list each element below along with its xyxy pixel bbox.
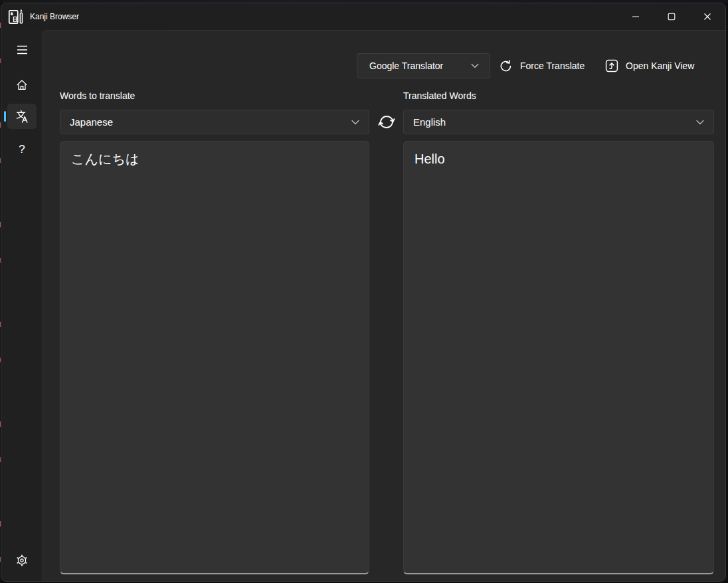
sidebar: ? (1, 30, 43, 581)
chevron-down-icon (351, 120, 359, 125)
toolbar: Google Translator Force Translate (43, 53, 725, 78)
maximize-icon (668, 13, 676, 21)
translate-icon (15, 110, 29, 123)
content-area: Google Translator Force Translate (43, 30, 725, 581)
window-title: Kanji Browser (30, 12, 79, 21)
caption-buttons (618, 3, 725, 30)
app-icon (7, 7, 25, 26)
target-panel-label: Translated Words (403, 90, 476, 101)
refresh-icon (499, 59, 513, 73)
chevron-down-icon (471, 63, 479, 68)
translator-select-value: Google Translator (369, 60, 471, 71)
close-button[interactable] (689, 3, 725, 30)
open-window-icon (605, 59, 618, 72)
titlebar: Kanji Browser (1, 3, 725, 30)
sidebar-menu-button[interactable] (7, 38, 37, 62)
source-language-select[interactable]: Japanese (60, 110, 369, 134)
open-kanji-view-label: Open Kanji View (626, 60, 694, 71)
source-text-input[interactable]: こんにちは (60, 141, 369, 574)
help-icon: ? (19, 143, 25, 156)
swap-languages-button[interactable] (375, 111, 398, 132)
close-icon (703, 13, 711, 21)
minimize-button[interactable] (618, 3, 654, 30)
source-panel-label: Words to translate (60, 90, 135, 101)
sidebar-item-settings[interactable] (7, 548, 37, 573)
app-window: Kanji Browser (1, 3, 726, 582)
swap-icon (376, 112, 397, 132)
translator-select[interactable]: Google Translator (357, 53, 490, 78)
chevron-down-icon (696, 120, 704, 125)
sidebar-item-home[interactable] (7, 72, 37, 97)
minimize-icon (632, 13, 640, 21)
gear-icon (16, 554, 28, 566)
force-translate-label: Force Translate (520, 60, 585, 71)
open-kanji-view-button[interactable]: Open Kanji View (605, 53, 694, 78)
sidebar-item-help[interactable]: ? (7, 137, 37, 162)
home-icon (16, 79, 28, 90)
maximize-button[interactable] (654, 3, 689, 30)
target-language-value: English (413, 116, 696, 128)
translated-text-output[interactable]: Hello (403, 141, 714, 574)
target-language-select[interactable]: English (403, 110, 714, 134)
sidebar-item-translate[interactable] (7, 104, 37, 129)
force-translate-button[interactable]: Force Translate (499, 53, 585, 78)
source-language-value: Japanese (70, 116, 351, 128)
selection-indicator (4, 111, 6, 122)
hamburger-icon (17, 45, 28, 55)
